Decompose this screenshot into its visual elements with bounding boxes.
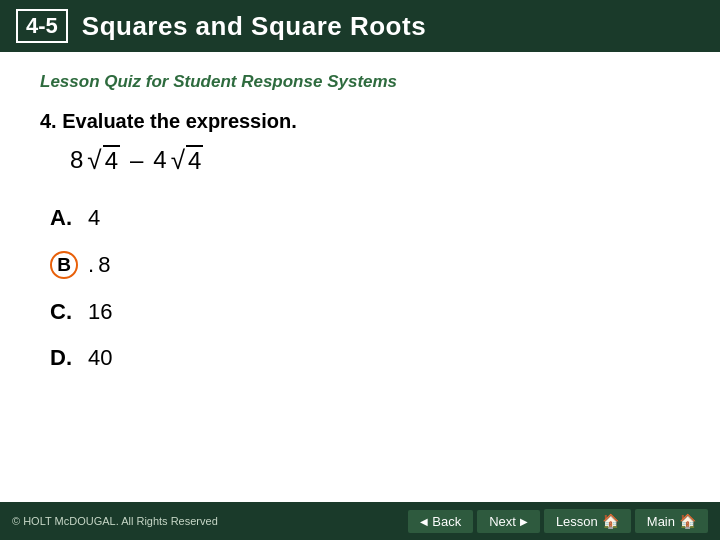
back-arrow-icon: ◀ bbox=[420, 516, 428, 527]
back-button[interactable]: ◀ Back bbox=[408, 510, 473, 533]
answer-a-value: 4 bbox=[88, 205, 100, 231]
answer-d-letter: D. bbox=[50, 345, 78, 371]
term1-sqrt: √4 bbox=[87, 145, 120, 175]
next-button[interactable]: Next ▶ bbox=[477, 510, 540, 533]
answer-c[interactable]: C. 16 bbox=[50, 289, 680, 335]
lesson-badge: 4-5 bbox=[16, 9, 68, 43]
answer-a[interactable]: A. 4 bbox=[50, 195, 680, 241]
answer-a-letter: A. bbox=[50, 205, 78, 231]
next-arrow-icon: ▶ bbox=[520, 516, 528, 527]
term2-sqrt: √4 bbox=[171, 145, 204, 175]
copyright-text: © HOLT McDOUGAL. All Rights Reserved bbox=[12, 515, 218, 527]
question-label: 4. Evaluate the expression. bbox=[40, 110, 680, 133]
main-content: Lesson Quiz for Student Response Systems… bbox=[0, 52, 720, 391]
term2-coefficient: 4 bbox=[153, 146, 166, 174]
answer-b-letter: B bbox=[50, 251, 78, 279]
term1-radicand: 4 bbox=[103, 145, 120, 175]
answer-b[interactable]: B . 8 bbox=[50, 241, 680, 289]
main-button[interactable]: Main 🏠 bbox=[635, 509, 708, 533]
lesson-subtitle: Lesson Quiz for Student Response Systems bbox=[40, 72, 680, 92]
answer-c-letter: C. bbox=[50, 299, 78, 325]
header-title: Squares and Square Roots bbox=[82, 11, 426, 42]
answer-d[interactable]: D. 40 bbox=[50, 335, 680, 381]
answer-d-value: 40 bbox=[88, 345, 112, 371]
header-bar: 4-5 Squares and Square Roots bbox=[0, 0, 720, 52]
main-home-icon: 🏠 bbox=[679, 513, 696, 529]
math-expression: 8 √4 – 4 √4 bbox=[70, 145, 680, 175]
term2-radicand: 4 bbox=[186, 145, 203, 175]
lesson-home-icon: 🏠 bbox=[602, 513, 619, 529]
lesson-button[interactable]: Lesson 🏠 bbox=[544, 509, 631, 533]
answer-c-value: 16 bbox=[88, 299, 112, 325]
operator: – bbox=[130, 146, 143, 174]
footer: © HOLT McDOUGAL. All Rights Reserved ◀ B… bbox=[0, 502, 720, 540]
footer-nav: ◀ Back Next ▶ Lesson 🏠 Main 🏠 bbox=[408, 509, 708, 533]
answer-choices: A. 4 B . 8 C. 16 D. 40 bbox=[50, 195, 680, 381]
answer-b-value: 8 bbox=[98, 252, 110, 278]
term1-coefficient: 8 bbox=[70, 146, 83, 174]
